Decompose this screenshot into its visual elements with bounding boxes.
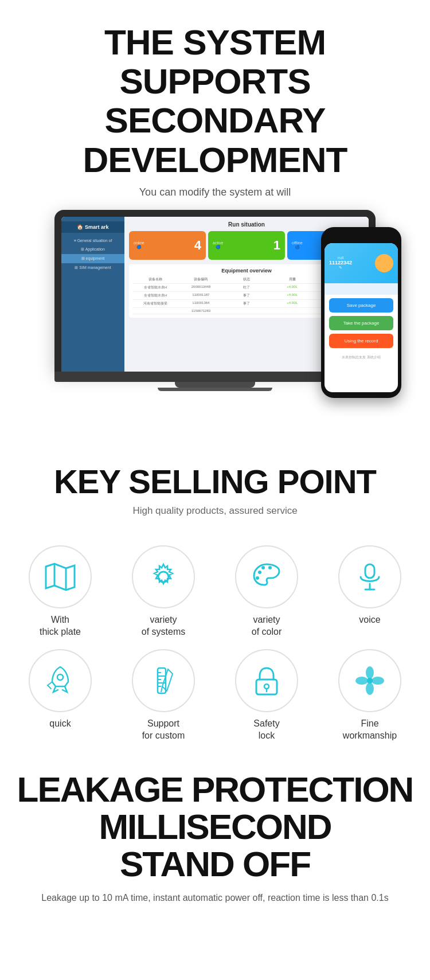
lp-desc: Leakage up to 10 mA time, instant automa… (11, 891, 419, 905)
icon-circle-lock (235, 649, 298, 712)
mic-icon (353, 560, 387, 594)
palette-icon (249, 560, 284, 594)
icon-circle-gear (132, 545, 195, 608)
phone-avatar (375, 254, 393, 272)
icon-circle-ruler (132, 649, 195, 712)
device-area: 🏠 Smart ark ≡ General situation of ⊞ App… (17, 210, 413, 428)
svg-point-23 (372, 677, 384, 685)
card-online: online 🔵 4 (129, 231, 206, 260)
svg-point-6 (256, 576, 259, 580)
icons-grid: Withthick plate varietyof systems variet… (0, 545, 430, 753)
icon-circle-rocket (29, 649, 92, 712)
phone-btn-save: Save package (329, 298, 393, 313)
icon-label-ruler: Supportfor custom (142, 718, 185, 742)
phone-notch (347, 233, 376, 240)
icon-item-ruler: Supportfor custom (115, 649, 212, 742)
icon-item-rocket: quick (11, 649, 109, 742)
nav-equipment: ⊞ equipment (61, 254, 124, 263)
phone-header: null 11122342 ✎ (325, 243, 398, 283)
nav-sim: ⊞ SIM management (61, 263, 124, 272)
lp-title: LEAKAGE PROTECTIONMILLISECONDSTAND OFF (11, 771, 419, 883)
icon-label-rocket: quick (49, 718, 71, 730)
svg-point-5 (268, 566, 272, 569)
ksp-title: KEY SELLING POINT (11, 462, 419, 501)
icon-item-lock: Safetylock (218, 649, 315, 742)
svg-point-24 (366, 682, 374, 695)
lock-icon (249, 663, 284, 698)
ksp-subtitle: High quality products, assured service (11, 505, 419, 517)
phone-user-id: 11122342 (329, 260, 352, 266)
ruler-icon (146, 663, 181, 698)
phone-btn-take: Take the package (329, 316, 393, 330)
map-icon (43, 560, 77, 594)
svg-point-25 (355, 677, 368, 685)
logo-bar: 🏠 Smart ark (61, 221, 124, 233)
icon-circle-palette (235, 545, 298, 608)
icon-label-mic: voice (359, 614, 380, 626)
fan-icon (353, 663, 387, 698)
icon-label-map: Withthick plate (40, 614, 81, 638)
icon-circle-fan (338, 649, 401, 712)
svg-line-17 (161, 686, 162, 692)
dev-section: THE SYSTEM SUPPORTS SECONDARY DEVELOPMEN… (0, 0, 430, 439)
icon-label-fan: Fineworkmanship (343, 718, 397, 742)
phone-mockup: null 11122342 ✎ Save package Take the pa… (321, 227, 401, 398)
dev-subtitle: You can modify the system at will (17, 186, 413, 198)
phone-btn-record: Using the record (329, 334, 393, 348)
icon-circle-mic (338, 545, 401, 608)
gear-icon (146, 560, 181, 594)
svg-point-22 (366, 666, 374, 679)
leakage-section: LEAKAGE PROTECTIONMILLISECONDSTAND OFF L… (0, 753, 430, 917)
svg-point-4 (261, 566, 265, 569)
icon-item-fan: Fineworkmanship (321, 649, 419, 742)
svg-rect-7 (365, 564, 374, 578)
nav-application: ⊞ Application (61, 245, 124, 254)
icon-circle-map (29, 545, 92, 608)
icon-item-mic: voice (321, 545, 419, 638)
svg-point-26 (367, 678, 373, 684)
icon-item-palette: varietyof color (218, 545, 315, 638)
phone-footer-text: 水表控制总支发 系统介绍 (325, 352, 398, 364)
rocket-icon (43, 663, 77, 698)
dev-main-title: THE SYSTEM SUPPORTS SECONDARY DEVELOPMEN… (17, 23, 413, 179)
icon-label-gear: varietyof systems (142, 614, 185, 638)
screen-sidebar: 🏠 Smart ark ≡ General situation of ⊞ App… (61, 217, 124, 372)
card-active: active 🔵 1 (208, 231, 285, 260)
icon-item-gear: varietyof systems (115, 545, 212, 638)
phone-screen: null 11122342 ✎ Save package Take the pa… (325, 243, 398, 392)
svg-point-3 (258, 571, 261, 574)
icon-item-map: Withthick plate (11, 545, 109, 638)
svg-point-10 (57, 674, 63, 680)
nav-general: ≡ General situation of (61, 236, 124, 245)
icon-label-lock: Safetylock (253, 718, 279, 742)
selling-section: KEY SELLING POINT High quality products,… (0, 439, 430, 545)
icon-label-palette: varietyof color (252, 614, 282, 638)
